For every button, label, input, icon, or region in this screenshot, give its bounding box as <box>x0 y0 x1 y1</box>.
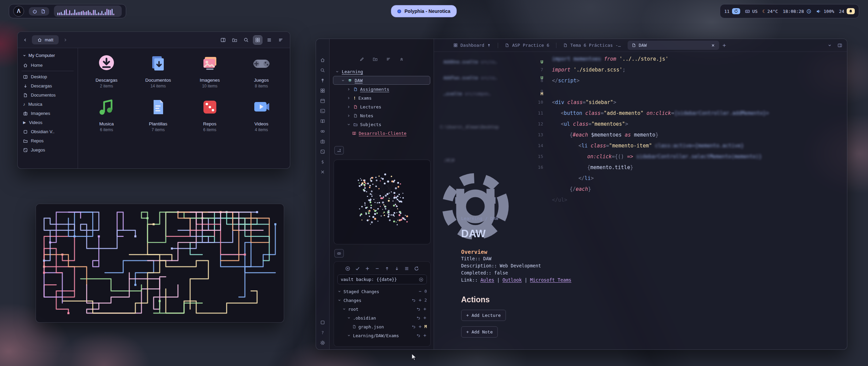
add-lecture-button[interactable]: + Add Lecture <box>461 310 506 321</box>
tab-list-chevron-icon[interactable] <box>827 43 832 48</box>
notes-icon[interactable] <box>41 9 46 14</box>
power-icon[interactable] <box>32 9 37 14</box>
git-row-obsidian-dir[interactable]: .obsidian <box>337 313 427 322</box>
folder-documentos[interactable]: Documentos 14 items <box>136 54 180 88</box>
stage-icon[interactable] <box>423 316 427 320</box>
split-editor-icon[interactable] <box>837 43 842 48</box>
breadcrumb[interactable]: matt <box>32 35 59 44</box>
commit-message-input[interactable] <box>341 277 417 282</box>
folder-musica[interactable]: Musica 6 items <box>84 97 129 132</box>
tree-item-desarrollo-cliente[interactable]: Desarrollo-Cliente <box>333 129 430 138</box>
media-widget[interactable]: Polyphia - Neurotica <box>391 5 457 17</box>
dollar-icon[interactable]: $ <box>320 159 326 164</box>
minus-icon[interactable] <box>418 289 422 293</box>
tree-item-notes[interactable]: Notes <box>333 111 430 120</box>
add-note-button[interactable]: + Add Note <box>461 326 498 338</box>
link-microsoft-teams[interactable]: Microsoft Teams <box>530 277 571 283</box>
discard-icon[interactable] <box>416 307 420 311</box>
book-icon[interactable] <box>320 118 326 124</box>
canvas-grid-icon[interactable] <box>320 88 326 93</box>
weather-module[interactable]: ☾ 24°C <box>762 9 778 14</box>
sidebar-item-home[interactable]: Home <box>20 61 75 70</box>
sidebar-item-videos[interactable]: ▶Videos <box>20 118 75 127</box>
new-note-icon[interactable] <box>359 57 364 62</box>
tree-item-subjects[interactable]: Subjects <box>333 120 430 129</box>
search-icon[interactable] <box>320 67 326 73</box>
sidebar-item-obsidian-vault[interactable]: Obsidian V.. <box>20 127 75 136</box>
vault-home-icon[interactable] <box>320 57 326 63</box>
stage-icon[interactable] <box>423 333 427 338</box>
git-commit-icon[interactable] <box>355 266 360 271</box>
sidebar-item-repos[interactable]: Repos <box>20 136 75 145</box>
git-row-staged[interactable]: Staged Changes 0 <box>337 287 427 296</box>
git-row-changes[interactable]: Changes 2 <box>337 296 427 305</box>
stage-icon[interactable] <box>418 298 422 302</box>
clock-module[interactable]: 18:08:28 <box>783 9 811 14</box>
link-aules[interactable]: Aules <box>480 277 494 283</box>
volume-module[interactable]: 100% <box>816 9 834 14</box>
updates-module[interactable]: 11 <box>724 8 740 14</box>
launcher-button[interactable]: Λ <box>13 6 24 17</box>
tab-tema-6-practicas[interactable]: Tema 6 Prácticas -… <box>559 41 625 50</box>
tree-item-lectures[interactable]: Lectures <box>333 102 430 111</box>
editor-content[interactable]: AddOne.svelte src/co… U AddTwo.svelte sr… <box>434 52 847 349</box>
back-button[interactable] <box>22 37 28 43</box>
terminal-icon[interactable] <box>320 108 326 114</box>
sidebar-item-desktop[interactable]: Desktop <box>20 72 75 81</box>
new-folder-button[interactable] <box>230 36 239 44</box>
new-tab-icon[interactable] <box>722 43 727 48</box>
dice-icon[interactable] <box>320 149 326 154</box>
tree-item-daw[interactable]: DAW <box>333 76 430 85</box>
split-view-button[interactable] <box>219 36 228 44</box>
stage-icon[interactable] <box>423 307 427 311</box>
tree-item-exams[interactable]: ! Exams <box>333 94 430 102</box>
git-row-root[interactable]: root <box>337 305 427 313</box>
stage-icon[interactable] <box>418 325 422 329</box>
link-outlook[interactable]: Outlook <box>502 277 522 283</box>
folder-plantillas[interactable]: Plantillas 7 items <box>136 97 180 132</box>
git-list-icon[interactable] <box>404 266 409 271</box>
keyboard-layout-module[interactable]: US <box>745 9 758 14</box>
camera-icon[interactable] <box>320 139 326 144</box>
tab-dashboard[interactable]: Dashboard <box>449 41 495 50</box>
clear-commit-icon[interactable] <box>419 277 423 282</box>
tree-item-assignments[interactable]: Assignments <box>333 85 430 94</box>
git-row-learning-daw-exams[interactable]: Learning/DAW/Exams <box>337 331 427 340</box>
git-pull-icon[interactable] <box>394 266 399 271</box>
help-icon[interactable]: ? <box>320 330 326 335</box>
pin-icon[interactable] <box>320 78 326 83</box>
grid-view-button[interactable] <box>253 36 262 44</box>
close-x-icon[interactable] <box>320 169 326 175</box>
forward-button[interactable] <box>63 37 68 43</box>
discard-icon[interactable] <box>416 333 420 338</box>
graph-fork-button[interactable] <box>334 146 344 155</box>
tab-asp-practice-6[interactable]: ASP Practice 6 <box>501 41 553 50</box>
sidebar-item-documentos[interactable]: Documentos <box>20 90 75 100</box>
sidebar-item-descargas[interactable]: Descargas <box>20 81 75 90</box>
close-tab-icon[interactable] <box>711 43 715 47</box>
settings-gear-icon[interactable] <box>320 340 326 345</box>
sort-icon[interactable] <box>386 57 391 62</box>
git-unstage-icon[interactable] <box>375 266 380 271</box>
calendar-icon[interactable] <box>320 98 326 103</box>
git-stage-all-icon[interactable] <box>345 266 350 271</box>
menu-button[interactable] <box>276 36 285 44</box>
linked-panel-button[interactable] <box>334 249 344 258</box>
sidebar-item-juegos[interactable]: Juegos <box>20 145 75 155</box>
search-button[interactable] <box>242 36 251 44</box>
tab-daw[interactable]: DAW <box>628 41 719 50</box>
discard-icon[interactable] <box>412 298 416 302</box>
link-rings-icon[interactable] <box>320 128 326 134</box>
list-view-button[interactable] <box>265 36 274 44</box>
folder-juegos[interactable]: Juegos 8 items <box>239 54 283 88</box>
folder-descargas[interactable]: Descargas 2 items <box>84 54 129 88</box>
collapse-all-icon[interactable] <box>399 57 404 62</box>
git-row-graph-json[interactable]: graph.json M <box>337 322 427 331</box>
sidebar-item-imagenes[interactable]: Imagenes <box>20 109 75 118</box>
git-refresh-icon[interactable] <box>414 266 419 271</box>
tree-item-learning[interactable]: Learning <box>333 67 430 76</box>
discard-icon[interactable] <box>412 325 416 329</box>
discard-icon[interactable] <box>416 316 420 320</box>
git-add-icon[interactable] <box>365 266 370 271</box>
local-graph-panel[interactable] <box>334 160 431 244</box>
